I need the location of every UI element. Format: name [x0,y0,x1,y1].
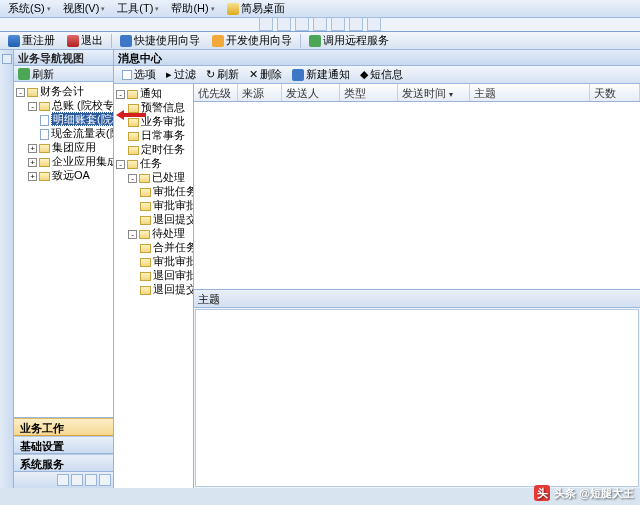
menu-view[interactable]: 视图(V)▾ [59,0,110,17]
center-tree-pane: -通知 预警信息 业务审批 日常事务 定时任务 -任务 -已处理 [114,84,194,488]
left-pane: 业务导航视图 刷新 -财务会计 -总账 (院校专版) 明细账套(院校专版) 现金… [14,50,114,488]
guide-icon [120,35,132,47]
menu-desktop[interactable]: 简易桌面 [223,0,289,17]
checkbox-icon [122,70,132,80]
left-stack: 业务工作 基础设置 系统服务 [14,418,113,488]
new-icon [292,69,304,81]
mid-bar [0,18,640,32]
exit-button[interactable]: 退出 [63,32,107,49]
vertical-strip [0,50,14,488]
menu-system[interactable]: 系统(S)▾ [4,0,55,17]
stack-foot-icon1[interactable] [57,474,69,486]
mid-icon-7[interactable] [367,17,381,31]
stack-foot-icon2[interactable] [71,474,83,486]
watermark-logo-icon: 头 [534,485,550,501]
main-row: 业务导航视图 刷新 -财务会计 -总账 (院校专版) 明细账套(院校专版) 现金… [0,50,640,488]
stack-biz[interactable]: 业务工作 [14,418,113,436]
grid-body[interactable] [194,102,640,290]
dev-guide-button[interactable]: 开发使用向导 [208,32,296,49]
register-icon [8,35,20,47]
tree-zhijiang[interactable]: 致远OA [52,169,90,181]
col-priority[interactable]: 优先级 [194,84,238,101]
desktop-icon [227,3,239,15]
opt-sms[interactable]: ◆短信息 [356,66,407,83]
message-center-title: 消息中心 [114,50,640,66]
menu-tools[interactable]: 工具(T)▾ [113,0,163,17]
stack-basic[interactable]: 基础设置 [14,436,113,454]
vstrip-icon[interactable] [2,54,12,64]
tree-group[interactable]: 集团应用 [52,141,96,153]
menu-help[interactable]: 帮助(H)▾ [167,0,218,17]
left-pane-title: 业务导航视图 [14,50,113,66]
stack-foot-expand[interactable] [99,474,111,486]
mid-icon-6[interactable] [349,17,363,31]
exit-icon [67,35,79,47]
mid-icon-1[interactable] [259,17,273,31]
grid-header: 优先级 来源 发送人 类型 发送时间 ▾ 主题 天数 [194,84,640,102]
opt-option[interactable]: 选项 [118,66,160,83]
right-pane: 优先级 来源 发送人 类型 发送时间 ▾ 主题 天数 主题 [194,84,640,488]
subject-bar: 主题 [194,290,640,308]
stack-foot-icon3[interactable] [85,474,97,486]
center-tree[interactable]: -通知 预警信息 业务审批 日常事务 定时任务 -任务 -已处理 [114,84,193,488]
remote-icon [309,35,321,47]
tree-cashflow[interactable]: 现金流量表(院校专版) [51,127,113,139]
tree-enterprise[interactable]: 企业应用集成 [52,155,113,167]
tree-selected-node[interactable]: 明细账套(院校专版) [51,112,113,126]
refresh-label: 刷新 [32,66,54,82]
mid-icon-2[interactable] [277,17,291,31]
opt-new[interactable]: 新建通知 [288,66,354,83]
watermark-text: 头条 @短腿大王 [554,486,634,501]
col-sender[interactable]: 发送人 [282,84,340,101]
mid-icon-4[interactable] [313,17,327,31]
remote-service-button[interactable]: 调用远程服务 [305,32,393,49]
col-sendtime[interactable]: 发送时间 ▾ [398,84,470,101]
mid-icon-5[interactable] [331,17,345,31]
col-type[interactable]: 类型 [340,84,398,101]
sub-toolbar: 重注册 退出 快捷使用向导 开发使用向导 调用远程服务 [0,32,640,50]
left-tree[interactable]: -财务会计 -总账 (院校专版) 明细账套(院校专版) 现金流量表(院校专版) … [14,82,113,418]
left-refresh-bar[interactable]: 刷新 [14,66,113,82]
stack-footer [14,472,113,488]
col-days[interactable]: 天数 [590,84,640,101]
refresh-icon [18,68,30,80]
register-button[interactable]: 重注册 [4,32,59,49]
detail-pane [195,309,639,487]
opt-refresh[interactable]: ↻刷新 [202,66,243,83]
message-toolbar: 选项 ▸过滤 ↻刷新 ✕删除 新建通知 ◆短信息 [114,66,640,84]
stack-sys[interactable]: 系统服务 [14,454,113,472]
opt-filter[interactable]: ▸过滤 [162,66,200,83]
mid-icon-3[interactable] [295,17,309,31]
col-subject[interactable]: 主题 [470,84,590,101]
menu-bar: 系统(S)▾ 视图(V)▾ 工具(T)▾ 帮助(H)▾ 简易桌面 [0,0,640,18]
quick-guide-button[interactable]: 快捷使用向导 [116,32,204,49]
opt-delete[interactable]: ✕删除 [245,66,286,83]
watermark: 头 头条 @短腿大王 [534,485,634,501]
dev-guide-icon [212,35,224,47]
col-source[interactable]: 来源 [238,84,282,101]
